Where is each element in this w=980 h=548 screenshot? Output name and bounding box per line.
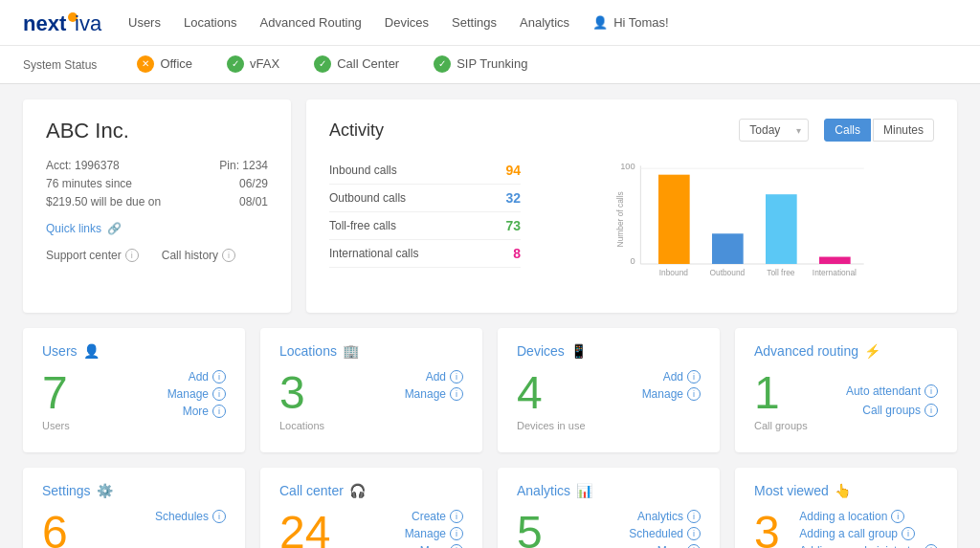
users-manage[interactable]: Managei <box>167 387 226 401</box>
cc-more[interactable]: Morei <box>420 544 463 548</box>
abc-info: Acct: 1996378 Pin: 1234 76 minutes since… <box>46 159 268 208</box>
call-center-actions: Createi Managei Morei <box>405 510 463 548</box>
tabs-bar: System Status ✕ Office ✓ vFAX ✓ Call Cen… <box>0 46 980 84</box>
nav-settings[interactable]: Settings <box>452 15 497 30</box>
settings-widget: Settings ⚙️ 6 Schedules Schedulesi <box>23 468 245 548</box>
manage-info-icon: i <box>212 387 226 401</box>
tab-vfax[interactable]: ✓ vFAX <box>210 46 297 84</box>
chain-icon: 🔗 <box>107 222 122 235</box>
users-label: Users <box>42 420 70 431</box>
adding-admin-icon: i <box>924 544 938 548</box>
schedules-icon: i <box>212 510 226 523</box>
users-more[interactable]: Morei <box>183 405 226 418</box>
due-label: $219.50 will be due on <box>46 195 161 208</box>
period-select[interactable]: Today <box>739 119 809 142</box>
advanced-routing-widget: Advanced routing ⚡ 1 Call groups Auto at… <box>735 328 957 452</box>
most-viewed-actions: Adding a locationi Adding a call groupi … <box>799 510 938 548</box>
devices-widget-content: 4 Devices in use Addi Managei <box>517 370 701 431</box>
logo: next iva <box>23 8 128 38</box>
calls-button[interactable]: Calls <box>824 119 871 142</box>
call-history-label: Call history <box>162 249 218 262</box>
analytics-left: 5 Reports <box>517 510 554 548</box>
analytics-more-icon: i <box>687 544 701 548</box>
adding-location-icon: i <box>891 510 904 523</box>
header: next iva Users Locations Advanced Routin… <box>0 0 980 46</box>
adding-location-link[interactable]: Adding a locationi <box>799 510 938 523</box>
quick-links-label: Quick links <box>46 222 101 235</box>
calls-minutes-toggle: Calls Minutes <box>824 119 934 142</box>
call-groups-link[interactable]: Call groupsi <box>862 404 938 417</box>
cc-more-icon: i <box>450 544 463 548</box>
users-icon: 👤 <box>83 343 100 359</box>
user-greeting: 👤 Hi Tomas! <box>592 15 669 30</box>
locations-icon: 🏢 <box>343 343 359 359</box>
cc-manage-icon: i <box>450 527 463 540</box>
adding-call-group-link[interactable]: Adding a call groupi <box>799 527 938 540</box>
settings-title-text: Settings <box>42 483 91 498</box>
call-history-link[interactable]: Call history i <box>162 249 235 262</box>
locations-actions: Addi Managei <box>405 370 463 401</box>
nav-locations[interactable]: Locations <box>184 15 237 30</box>
tab-office[interactable]: ✕ Office <box>120 46 210 84</box>
support-center-link[interactable]: Support center i <box>46 249 139 262</box>
inbound-label: Inbound calls <box>329 164 397 177</box>
cc-create-icon: i <box>450 510 463 523</box>
tab-callcenter[interactable]: ✓ Call Center <box>297 46 416 84</box>
chart-area: 100 0 Number of calls Inbound Outbound <box>544 157 934 294</box>
auto-attendant-link[interactable]: Auto attendanti <box>846 384 938 398</box>
locations-manage[interactable]: Managei <box>405 387 463 401</box>
dev-add-icon: i <box>687 370 701 384</box>
analytics-title-text: Analytics <box>517 483 570 498</box>
history-info-icon: i <box>222 249 235 262</box>
analytics-more[interactable]: Morei <box>657 544 701 548</box>
adv-routing-title-text: Advanced routing <box>754 343 858 359</box>
nav-devices[interactable]: Devices <box>385 15 429 30</box>
outbound-stat: Outbound calls 32 <box>329 185 521 212</box>
tab-sip[interactable]: ✓ SIP Trunking <box>416 46 545 84</box>
devices-title-text: Devices <box>517 343 565 359</box>
add-info-icon: i <box>212 370 226 384</box>
analytics-number: 5 <box>517 510 554 548</box>
minutes-button[interactable]: Minutes <box>873 119 934 142</box>
svg-text:Number of calls: Number of calls <box>615 191 625 247</box>
nav-analytics[interactable]: Analytics <box>520 15 569 30</box>
auto-attendant-icon: i <box>924 384 938 398</box>
devices-widget-title: Devices 📱 <box>517 343 701 359</box>
most-viewed-title: Most viewed 👆 <box>754 483 938 498</box>
adv-routing-label: Call groups <box>754 420 808 431</box>
locations-label: Locations <box>279 420 324 431</box>
cc-manage[interactable]: Managei <box>405 527 463 540</box>
users-add[interactable]: Addi <box>189 370 226 384</box>
nav-users[interactable]: Users <box>128 15 161 30</box>
users-widget: Users 👤 7 Users Addi Managei Morei <box>23 328 245 452</box>
schedules-link[interactable]: Schedulesi <box>155 510 226 523</box>
intl-stat: International calls 8 <box>329 240 521 268</box>
outbound-val: 32 <box>505 190 521 206</box>
most-viewed-number: 3 <box>754 510 789 548</box>
period-select-wrap: Today <box>739 119 809 142</box>
tollfree-val: 73 <box>505 218 521 233</box>
svg-text:Outbound: Outbound <box>709 268 745 277</box>
adding-admin-link[interactable]: Adding an administratori <box>799 544 938 548</box>
nav-advanced-routing[interactable]: Advanced Routing <box>260 15 362 30</box>
users-widget-content: 7 Users Addi Managei Morei <box>42 370 226 431</box>
call-groups-icon: i <box>924 404 938 417</box>
system-status-label: System Status <box>23 58 97 72</box>
locations-left: 3 Locations <box>279 370 324 431</box>
devices-left: 4 Devices in use <box>517 370 586 431</box>
sip-icon: ✓ <box>434 55 451 73</box>
devices-number: 4 <box>517 370 586 416</box>
more-info-icon: i <box>212 405 226 418</box>
analytics-link[interactable]: Analyticsi <box>637 510 701 523</box>
devices-add[interactable]: Addi <box>663 370 701 384</box>
call-center-title-text: Call center <box>279 483 344 498</box>
devices-manage[interactable]: Managei <box>642 387 701 401</box>
callcenter-icon: ✓ <box>314 55 331 73</box>
due-row: $219.50 will be due on 08/01 <box>46 195 268 208</box>
quick-links[interactable]: Quick links 🔗 <box>46 222 268 235</box>
cc-create[interactable]: Createi <box>412 510 463 523</box>
users-number: 7 <box>42 370 70 416</box>
locations-add[interactable]: Addi <box>426 370 463 384</box>
analytics-icon: 📊 <box>576 483 592 498</box>
scheduled-link[interactable]: Scheduledi <box>629 527 701 540</box>
